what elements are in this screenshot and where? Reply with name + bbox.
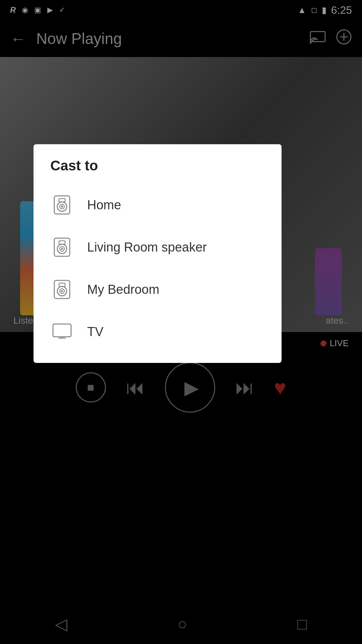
cast-item-living-room-label: Living Room speaker [87,240,207,255]
bedroom-speaker-icon [50,278,74,301]
cast-item-bedroom[interactable]: My Bedroom [34,268,282,311]
home-speaker-icon [50,193,74,217]
svg-point-18 [61,290,63,292]
cast-item-bedroom-label: My Bedroom [87,282,159,297]
cast-dialog-title: Cast to [34,158,282,184]
svg-point-13 [61,248,63,250]
cast-dialog: Cast to Home Living Room speaker [34,144,282,363]
svg-rect-20 [53,324,71,337]
tv-icon [50,320,74,343]
cast-item-living-room[interactable]: Living Room speaker [34,226,282,268]
cast-item-home[interactable]: Home [34,184,282,226]
cast-item-home-label: Home [87,198,121,212]
living-room-speaker-icon [50,235,74,259]
svg-point-8 [61,206,63,208]
cast-item-tv[interactable]: TV [34,311,282,353]
cast-item-tv-label: TV [87,325,104,339]
